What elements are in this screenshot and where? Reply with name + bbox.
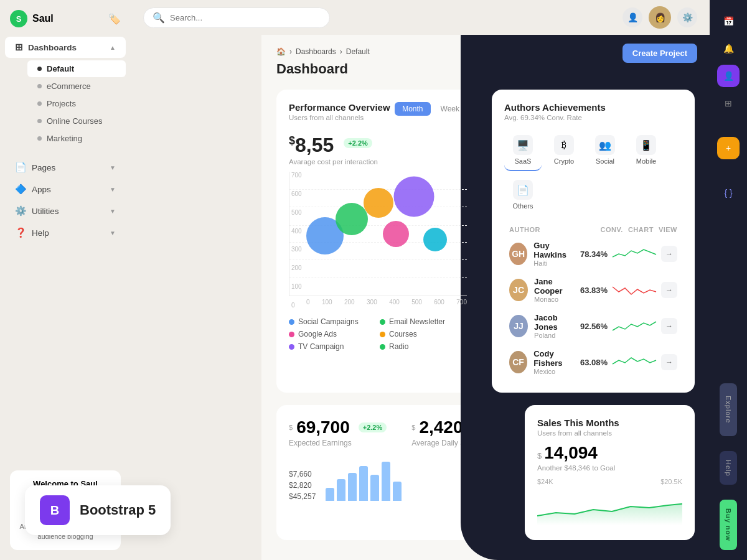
earnings-badge: +2.2%	[359, 422, 387, 432]
breadcrumb-dashboards[interactable]: Dashboards	[296, 47, 336, 56]
help-button[interactable]: Help	[720, 451, 737, 485]
tab-week[interactable]: Week	[433, 102, 467, 116]
search-box[interactable]: 🔍	[143, 7, 330, 28]
author-info-3: CF Cody Fishers Mexico	[509, 349, 575, 375]
sales-card: Sales This Months Users from all channel…	[525, 405, 695, 540]
sidebar-item-default[interactable]: Default	[27, 60, 126, 77]
tab-social[interactable]: 👥 Social	[586, 130, 624, 171]
sidebar-item-projects[interactable]: Projects	[27, 95, 126, 112]
explore-button[interactable]: Explore	[720, 383, 737, 436]
sidebar: S Saul 🏷️ ⊞ Dashboards ▲ Default eCommer…	[0, 0, 131, 560]
view-btn-3[interactable]: →	[661, 354, 677, 370]
bubble-ads	[364, 188, 393, 218]
tab-month[interactable]: Month	[395, 102, 430, 116]
sidebar-item-marketing[interactable]: Marketing	[27, 130, 126, 147]
avatar[interactable]: 👩	[649, 6, 671, 29]
calendar-icon[interactable]: 📅	[717, 10, 740, 32]
sparkline-2	[613, 317, 656, 335]
topbar-user-icon[interactable]: 👤	[622, 7, 642, 27]
sales-title: Sales This Months	[537, 418, 682, 428]
sidebar-item-ecommerce[interactable]: eCommerce	[27, 78, 126, 95]
bootstrap-icon: B	[40, 495, 70, 525]
legend-google: Google Ads	[289, 330, 376, 338]
daily-label: Average Daily Sales	[411, 439, 500, 447]
view-btn-0[interactable]: →	[661, 246, 677, 262]
code-icon[interactable]: { }	[717, 182, 740, 204]
sidebar-item-online-courses[interactable]: Online Courses	[27, 113, 126, 129]
tab-others[interactable]: 📄 Others	[504, 175, 542, 215]
app-name: Saul	[32, 13, 54, 24]
authors-subtitle: Avg. 69.34% Conv. Rate	[504, 114, 682, 121]
back-button[interactable]: 🏷️	[108, 13, 121, 25]
topbar: 🔍 👤 👩 ⚙️	[131, 0, 710, 35]
logo: S Saul	[10, 10, 54, 27]
author-avatar-3: CF	[509, 351, 527, 373]
sidebar-item-pages[interactable]: 📄 Pages ▼	[5, 157, 126, 178]
buy-button[interactable]: Buy now	[720, 500, 737, 550]
sales-subtitle: Users from all channels	[537, 429, 682, 437]
bar-7	[393, 482, 402, 502]
search-input[interactable]	[170, 13, 321, 22]
chevron-icon: ▲	[110, 44, 116, 51]
perf-title: Performance Overview	[289, 102, 390, 113]
view-btn-1[interactable]: →	[661, 282, 677, 298]
cost-label: Avarage cost per interaction	[289, 158, 467, 166]
crypto-icon: ₿	[554, 135, 574, 155]
table-header: AUTHOR CONV. CHART VIEW	[504, 223, 682, 236]
author-info-2: JJ Jacob Jones Poland	[509, 313, 575, 339]
table-row: JJ Jacob Jones Poland 92.56% →	[504, 308, 682, 344]
notification-icon[interactable]: 🔔	[717, 37, 740, 60]
table-row: JC Jane Cooper Monaco 63.83% →	[504, 272, 682, 308]
legend-courses: Courses	[380, 330, 467, 338]
author-avatar-1: JC	[509, 279, 528, 301]
sparkline-1	[613, 281, 656, 299]
sidebar-dashboards-label: Dashboards	[28, 43, 77, 52]
breadcrumb-home[interactable]: 🏠	[276, 47, 286, 56]
authors-tabs: 🖥️ SaaS ₿ Crypto 👥 Social 📱 Mobile 📄	[504, 130, 682, 215]
breadcrumb-current: Default	[346, 47, 370, 56]
sidebar-item-apps[interactable]: 🔷 Apps ▼	[5, 179, 126, 200]
sidebar-item-help[interactable]: ❓ Help ▼	[5, 222, 126, 243]
bubble-chart: 7006005004003002001000	[289, 172, 467, 309]
perf-badge: +2.2%	[344, 138, 372, 148]
grid-icon[interactable]: ⊞	[717, 92, 740, 114]
perf-value: $8,55	[289, 134, 334, 157]
earnings-label: Expected Earnings	[289, 439, 387, 447]
create-project-button[interactable]: Create Project	[622, 44, 697, 63]
legend-social: Social Campaigns	[289, 317, 376, 326]
earnings-card: $ 69,700 +2.2% Expected Earnings $ 2,420…	[276, 405, 512, 540]
legend-tv: TV Campaign	[289, 342, 376, 351]
author-avatar-0: GH	[509, 243, 527, 265]
author-info-1: JC Jane Cooper Monaco	[509, 277, 575, 303]
sparkline-3	[613, 353, 656, 371]
daily-value: 2,420	[419, 418, 463, 437]
sidebar-item-dashboards[interactable]: ⊞ Dashboards ▲	[5, 37, 126, 58]
view-btn-2[interactable]: →	[661, 318, 677, 334]
sparkline-0	[613, 245, 656, 263]
sidebar-item-utilities[interactable]: ⚙️ Utilities ▼	[5, 200, 126, 222]
author-info-0: GH Guy Hawkins Haiti	[509, 241, 575, 267]
others-icon: 📄	[513, 180, 533, 200]
bootstrap-overlay: B Bootstrap 5	[25, 485, 171, 535]
tab-mobile[interactable]: 📱 Mobile	[627, 130, 665, 171]
bubble-email	[336, 203, 368, 235]
topbar-settings-icon[interactable]: ⚙️	[677, 7, 697, 27]
bar-3	[348, 473, 357, 502]
sales-value: 14,094	[544, 443, 598, 463]
user-icon[interactable]: 👤	[717, 65, 740, 87]
plus-icon[interactable]: +	[717, 137, 740, 159]
bar-1	[326, 488, 334, 501]
authors-card: Authors Achievements Avg. 69.34% Conv. R…	[492, 90, 695, 393]
social-icon: 👥	[595, 135, 615, 155]
main-content: 🏠 › Dashboards › Default Dashboard Perfo…	[261, 35, 710, 560]
tab-saas[interactable]: 🖥️ SaaS	[504, 130, 542, 171]
earnings-value: 69,700	[296, 418, 350, 437]
authors-title: Authors Achievements	[504, 102, 682, 113]
author-avatar-2: JJ	[509, 315, 528, 337]
tab-crypto[interactable]: ₿ Crypto	[545, 130, 583, 171]
legend-radio: Radio	[380, 342, 467, 351]
saas-icon: 🖥️	[513, 135, 533, 155]
bubble-tv	[393, 176, 434, 217]
mobile-icon: 📱	[636, 135, 656, 155]
bar-4	[359, 466, 368, 501]
